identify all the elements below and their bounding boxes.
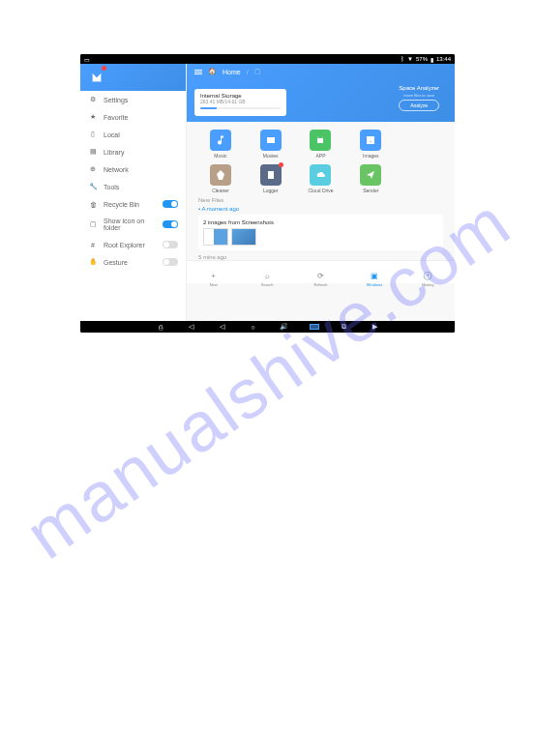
nav-recent[interactable] (310, 324, 319, 330)
svg-point-1 (322, 137, 323, 138)
app-tile-label: Music (214, 153, 226, 159)
search-icon: ⌕ (265, 272, 270, 280)
app-tile-app[interactable]: APP (299, 130, 343, 159)
app-tile-label: APP (315, 153, 325, 159)
battery-percent: 57% (416, 56, 428, 62)
new-files-section: New Files A moment ago 2 images from Scr… (187, 197, 455, 260)
analyze-button[interactable]: Analyze (399, 100, 439, 111)
system-navbar: ⎙ ◁ ◁ ○ 🔊 ⧉ ▶ (80, 321, 455, 333)
nav-screenshot[interactable]: ⎙ (155, 324, 166, 331)
bluetooth-icon: ᛒ (401, 56, 404, 62)
app-tile-movies[interactable]: Movies (249, 130, 293, 159)
star-icon: ★ (88, 113, 98, 121)
bottom-nav-label: Search (240, 282, 293, 287)
app-tile-cleaner[interactable]: Cleaner (198, 164, 243, 193)
wifi-icon: ▼ (407, 56, 413, 62)
app-tile-label: Images (363, 153, 378, 159)
plus-icon: + (211, 272, 216, 280)
sidebar-item-label: Local (104, 131, 178, 138)
storage-card[interactable]: Internal Storage 263.41 MB/14.61 GB (194, 89, 286, 116)
bottom-nav-new[interactable]: + New (187, 261, 240, 283)
nav-home[interactable]: ○ (248, 324, 259, 331)
bottom-nav-search[interactable]: ⌕ Search (240, 261, 293, 283)
app-tile-clouddrive[interactable]: Cloud Drive (299, 164, 343, 193)
space-analyzer: Space Analyzer move files to save Analyz… (399, 85, 439, 111)
wrench-icon: 🔧 (88, 183, 98, 190)
log-icon (260, 164, 282, 186)
sidebar-item-local[interactable]: ▯ Local (80, 126, 186, 143)
time-marker-recent: A moment ago (198, 206, 443, 212)
screenshot-thumbnail[interactable] (203, 228, 228, 246)
hand-icon: ✋ (88, 258, 98, 266)
sidebar-item-tools[interactable]: 🔧 Tools (80, 178, 186, 195)
mail-header[interactable] (80, 64, 186, 91)
sidebar-item-library[interactable]: ▤ Library (80, 143, 186, 160)
analyzer-subtitle: move files to save (399, 93, 439, 98)
logger-badge (279, 162, 283, 167)
tablet-frame: ▭ ᛒ ▼ 57% ▮ 13:44 ⚙ Settings ★ Favorite (80, 54, 455, 333)
app-tile-images[interactable]: Images (348, 130, 393, 159)
sidebar-item-recycle[interactable]: 🗑 Recycle Bin (80, 195, 186, 213)
toggle-root[interactable] (163, 241, 178, 248)
cloud-icon (310, 164, 331, 186)
status-bar: ▭ ᛒ ▼ 57% ▮ 13:44 (80, 54, 455, 64)
hash-icon: # (88, 242, 98, 248)
video-icon (260, 130, 282, 151)
sidebar-item-gesture[interactable]: ✋ Gesture (80, 253, 186, 271)
screenshot-thumbnail[interactable] (231, 228, 256, 246)
analyzer-title: Space Analyzer (399, 85, 439, 91)
bottom-nav-label: History (401, 282, 455, 287)
sidebar-item-label: Root Explorer (104, 242, 163, 248)
toggle-gesture[interactable] (163, 258, 178, 266)
sidebar-item-settings[interactable]: ⚙ Settings (80, 91, 186, 108)
network-icon: ⊕ (88, 165, 98, 173)
app-grid: Music Movies APP Images Cleaner (187, 122, 455, 197)
nav-volume[interactable]: ◁ (186, 323, 197, 331)
cast-icon[interactable]: ▢ (254, 68, 261, 75)
sidebar-item-network[interactable]: ⊕ Network (80, 160, 186, 178)
app-tile-label: Movies (263, 153, 279, 159)
bottom-nav-history[interactable]: 🕐 History (401, 261, 455, 283)
app-tile-label: Cloud Drive (308, 188, 333, 193)
sidebar-item-label: Tools (104, 184, 178, 190)
nav-sound[interactable]: 🔊 (279, 323, 290, 331)
sidebar-item-showicon[interactable]: ▢ Show icon on folder (80, 213, 186, 236)
toggle-recycle[interactable] (163, 200, 178, 208)
app-tile-label: Logger (263, 188, 279, 193)
book-icon: ▤ (88, 148, 98, 156)
hamburger-menu[interactable] (194, 70, 202, 74)
bottom-nav-windows[interactable]: ▣ Windows (347, 261, 401, 283)
app-tile-sender[interactable]: Sender (348, 164, 393, 193)
toggle-showicon[interactable] (163, 220, 178, 228)
trash-icon: 🗑 (88, 201, 98, 208)
app-tile-label: Cleaner (212, 188, 229, 193)
svg-point-0 (318, 137, 319, 138)
nav-back[interactable]: ◁ (217, 323, 228, 331)
android-icon (310, 130, 331, 151)
thumbnails (203, 228, 438, 246)
header: 🏠 Home / ▢ Internal Storage 263.41 MB/14… (187, 64, 455, 122)
sidebar-item-label: Recycle Bin (104, 201, 163, 208)
new-files-header: New Files (198, 197, 443, 203)
sidebar-item-favorite[interactable]: ★ Favorite (80, 108, 186, 126)
storage-bar (200, 107, 281, 109)
image-icon (360, 130, 381, 151)
send-icon (360, 164, 381, 186)
gear-icon: ⚙ (88, 96, 98, 103)
battery-icon: ▮ (431, 56, 433, 63)
nav-tabs[interactable]: ⧉ (339, 323, 350, 331)
sidebar-item-label: Network (104, 166, 178, 173)
clock-time: 13:44 (436, 56, 451, 62)
refresh-icon: ⟳ (317, 272, 324, 280)
sidebar-item-root[interactable]: # Root Explorer (80, 236, 186, 253)
storage-subtitle: 263.41 MB/14.61 GB (200, 99, 281, 104)
sidebar: ⚙ Settings ★ Favorite ▯ Local ▤ Library … (80, 64, 187, 321)
nav-play[interactable]: ▶ (370, 323, 381, 331)
bottom-nav-refresh[interactable]: ⟳ Refresh (294, 261, 347, 283)
bottom-nav-label: New (187, 282, 240, 287)
notification-icon: ▭ (84, 56, 90, 63)
file-card[interactable]: 2 images from Screenshots (198, 215, 443, 250)
breadcrumb[interactable]: Home (223, 69, 241, 75)
app-tile-logger[interactable]: Logger (249, 164, 293, 193)
app-tile-music[interactable]: Music (198, 130, 243, 159)
